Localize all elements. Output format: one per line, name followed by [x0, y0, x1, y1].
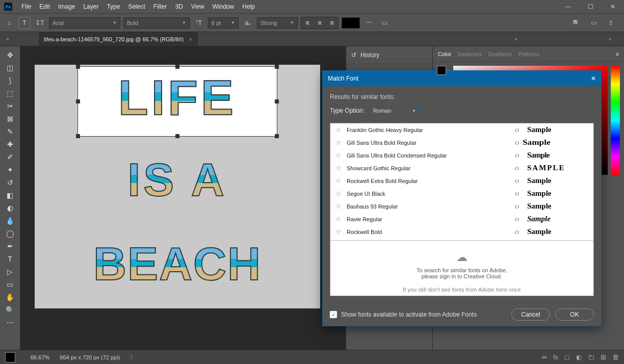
menu-image[interactable]: Image — [54, 3, 79, 10]
crop-tool[interactable]: ✂ — [4, 100, 16, 112]
dialog-titlebar[interactable]: Match Font ✕ — [323, 71, 601, 86]
canvas-text-line3[interactable]: BEACH — [35, 238, 320, 291]
dialog-close-icon[interactable]: ✕ — [591, 75, 596, 82]
menu-view[interactable]: View — [187, 3, 209, 10]
tab-color[interactable]: Color — [438, 51, 451, 57]
favorite-star-icon[interactable]: ☆ — [335, 190, 342, 197]
clone-tool[interactable]: ✦ — [4, 164, 16, 175]
tab-patterns[interactable]: Patterns — [518, 51, 539, 57]
font-result-row[interactable]: ☆Showcard Gothic RegularOSAMPLE — [330, 162, 593, 174]
favorite-star-icon[interactable]: ☆ — [335, 126, 342, 134]
antialias-dropdown[interactable]: Strong▼ — [257, 17, 298, 29]
favorite-star-icon[interactable]: ☆ — [335, 139, 342, 146]
checkbox-icon[interactable]: ✓ — [330, 311, 337, 318]
history-panel-header[interactable]: ↺ History — [346, 46, 432, 64]
font-result-row[interactable]: ☆Gill Sans Ultra Bold RegularOSample — [330, 136, 593, 149]
new-layer-icon[interactable]: ⊞ — [601, 353, 606, 361]
blur-tool[interactable]: 💧 — [4, 215, 16, 226]
document-tab[interactable]: lifes-a-beach-1146579_960_720.jpg @ 66.7… — [39, 32, 198, 46]
object-select-tool[interactable]: ⬚ — [4, 88, 16, 99]
favorite-star-icon[interactable]: ☆ — [335, 215, 342, 223]
panel-menu-icon[interactable]: ≡ — [616, 51, 619, 57]
home-icon[interactable]: ⌂ — [3, 17, 15, 29]
font-size-dropdown[interactable]: 8 pt▼ — [208, 17, 239, 29]
minimize-button[interactable]: — — [557, 1, 579, 13]
font-results-list[interactable]: ☆Franklin Gothic Heavy RegularOSample☆Gi… — [330, 123, 594, 296]
type-tool[interactable]: T — [4, 253, 16, 265]
more-tools[interactable]: ⋯ — [4, 317, 16, 328]
favorite-star-icon[interactable]: ☆ — [335, 151, 342, 159]
tab-gradients[interactable]: Gradients — [488, 51, 512, 57]
share-icon[interactable]: ⇧ — [605, 17, 617, 29]
fx-icon[interactable]: fx — [553, 353, 558, 361]
menu-filter[interactable]: Filter — [149, 3, 171, 10]
canvas-text-line2[interactable]: IS A — [35, 154, 320, 206]
favorite-star-icon[interactable]: ☆ — [335, 177, 342, 185]
status-more-icon[interactable]: 〉 — [130, 353, 136, 361]
font-result-row[interactable]: ☆Franklin Gothic Heavy RegularOSample — [330, 123, 593, 136]
text-color-swatch[interactable] — [342, 17, 360, 29]
link-icon[interactable]: ⇔ — [541, 353, 547, 361]
status-zoom[interactable]: 66.67% — [31, 354, 49, 360]
font-result-row[interactable]: ☆Bauhaus 93 RegularOSample — [330, 200, 593, 213]
collapse-panel-icon[interactable]: « — [515, 36, 521, 42]
close-tab-icon[interactable]: × — [189, 36, 192, 42]
font-result-row[interactable]: ☆Segoe UI BlackOSample — [330, 187, 593, 200]
gradient-tool[interactable]: ◐ — [4, 202, 16, 214]
eraser-tool[interactable]: ◧ — [4, 190, 16, 201]
hue-slider[interactable] — [611, 66, 620, 175]
ok-button[interactable]: OK — [555, 308, 594, 321]
align-left-button[interactable]: ≡ — [301, 17, 314, 29]
expand-left-panel-icon[interactable]: » — [6, 36, 12, 42]
menu-3d[interactable]: 3D — [171, 3, 187, 10]
menu-layer[interactable]: Layer — [79, 3, 102, 10]
canvas-viewport[interactable]: LIFE IS A BEACH — [20, 46, 346, 350]
favorite-star-icon[interactable]: ☆ — [335, 164, 342, 172]
search-icon[interactable]: 🔍 — [570, 17, 582, 29]
zoom-tool[interactable]: 🔍 — [4, 304, 16, 316]
menu-select[interactable]: Select — [124, 3, 149, 10]
font-family-dropdown[interactable]: Arial▼ — [49, 17, 120, 29]
cancel-button[interactable]: Cancel — [511, 308, 550, 321]
rectangle-tool[interactable]: ▭ — [4, 279, 16, 290]
character-panel-icon[interactable]: ▭ — [378, 17, 391, 29]
canvas[interactable]: LIFE IS A BEACH — [35, 65, 320, 308]
font-result-row[interactable]: ☆Rockwell Extra Bold RegularOSample — [330, 174, 593, 187]
healing-tool[interactable]: ✚ — [4, 139, 16, 150]
font-result-row[interactable]: ☆Ravie RegularOSample — [330, 213, 593, 225]
history-brush-tool[interactable]: ↺ — [4, 177, 16, 188]
hand-tool[interactable]: ✋ — [4, 292, 16, 303]
path-select-tool[interactable]: ▷ — [4, 266, 16, 277]
show-adobe-fonts-checkbox[interactable]: ✓ Show fonts available to activate from … — [330, 311, 477, 318]
marquee-tool[interactable]: ◫ — [4, 62, 16, 73]
eyedropper-tool[interactable]: ✎ — [4, 126, 16, 137]
group-icon[interactable]: 🗀 — [588, 353, 594, 361]
maximize-button[interactable]: ☐ — [579, 1, 602, 13]
menu-help[interactable]: Help — [238, 3, 259, 10]
status-color-swatch[interactable] — [5, 352, 15, 362]
adjustment-icon[interactable]: ◐ — [576, 353, 582, 361]
move-tool[interactable]: ✥ — [4, 49, 16, 61]
canvas-text-line1[interactable]: LIFE — [78, 70, 277, 126]
favorite-star-icon[interactable]: ☆ — [335, 228, 342, 236]
menu-window[interactable]: Window — [209, 3, 239, 10]
pen-tool[interactable]: ✒ — [4, 241, 16, 252]
align-center-button[interactable]: ≡ — [314, 17, 326, 29]
text-selection-frame[interactable]: LIFE — [77, 66, 277, 137]
font-result-row[interactable]: ☆Gill Sans Ultra Bold Condensed RegularO… — [330, 149, 593, 162]
type-tool-indicator-icon[interactable]: T — [18, 17, 31, 29]
warp-text-icon[interactable]: 〰 — [363, 17, 375, 29]
favorite-star-icon[interactable]: ☆ — [335, 202, 342, 210]
dodge-tool[interactable]: ◯ — [4, 228, 16, 239]
menu-file[interactable]: File — [17, 3, 35, 10]
collapse-right-panel-icon[interactable]: » — [609, 36, 615, 42]
font-result-row[interactable]: ☆Rockwell BoldOSample — [330, 225, 593, 238]
lasso-tool[interactable]: ⟆ — [4, 75, 16, 86]
foreground-color-swatch[interactable] — [437, 66, 446, 75]
workspace-icon[interactable]: ▭ — [587, 17, 600, 29]
type-option-dropdown[interactable]: Roman ▾ — [370, 106, 419, 116]
mask-icon[interactable]: ◻ — [564, 353, 570, 361]
menu-type[interactable]: Type — [102, 3, 124, 10]
tab-swatches[interactable]: Swatches — [457, 51, 482, 57]
trash-icon[interactable]: 🗑 — [612, 353, 619, 361]
